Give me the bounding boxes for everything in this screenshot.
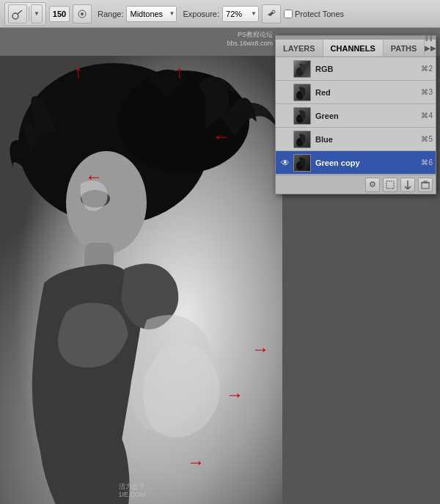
channel-save-btn[interactable] [400, 178, 415, 192]
svg-rect-30 [386, 181, 394, 189]
panel-collapse-btn[interactable]: ▶▶ [425, 40, 436, 56]
channel-shortcut-red: ⌘3 [421, 88, 433, 96]
tab-paths-label: PATHS [391, 44, 417, 53]
svg-point-3 [81, 12, 84, 15]
tab-layers[interactable]: LAYERS [276, 40, 323, 56]
svg-text:→: → [252, 339, 269, 359]
channel-thumb-red [293, 84, 311, 101]
channel-row-green-copy[interactable]: 👁 Green copy ⌘6 [276, 151, 436, 175]
watermark-top-line1: PS教程论坛 [227, 31, 273, 40]
channel-selection-btn[interactable] [383, 178, 397, 192]
channel-row-green[interactable]: 👁 Green ⌘4 [276, 104, 436, 128]
exposure-select[interactable]: 72% [222, 6, 259, 22]
channel-eye-green-copy: 👁 [279, 156, 292, 169]
tab-paths[interactable]: PATHS [384, 40, 425, 56]
protect-tones-text: Protect Tones [295, 10, 344, 18]
svg-rect-7 [0, 56, 282, 504]
svg-text:→: → [187, 452, 205, 472]
tab-channels[interactable]: CHANNELS [323, 40, 384, 56]
channel-name-green: Green [315, 112, 421, 120]
brush-picker-btn[interactable] [73, 4, 92, 23]
range-select[interactable]: Midtones Shadows Highlights [126, 6, 177, 22]
exposure-select-wrapper[interactable]: 72% ▼ [222, 6, 259, 22]
channels-list: 👁 RGB ⌘2 👁 Red ⌘3 👁 [276, 57, 436, 175]
channel-thumb-rgb [293, 60, 311, 78]
svg-text:→: → [226, 384, 243, 404]
channel-row-blue[interactable]: 👁 Blue ⌘5 [276, 128, 436, 151]
watermark-top: PS教程论坛 bbs.16wx8.com [227, 31, 273, 48]
tab-layers-label: LAYERS [283, 44, 315, 53]
svg-rect-31 [422, 183, 429, 189]
svg-point-4 [272, 10, 275, 13]
svg-point-0 [12, 13, 18, 19]
channel-row-red[interactable]: 👁 Red ⌘3 [276, 81, 436, 104]
svg-text:←: ← [85, 167, 103, 186]
range-label: Range: [98, 10, 123, 18]
tool-options-btn[interactable]: ▼ [31, 4, 43, 23]
svg-rect-11 [84, 243, 114, 287]
channel-row-rgb[interactable]: 👁 RGB ⌘2 [276, 57, 436, 81]
channel-shortcut-rgb: ⌘2 [421, 65, 433, 73]
svg-point-10 [66, 151, 147, 254]
range-select-wrapper[interactable]: Midtones Shadows Highlights ▼ [126, 6, 177, 22]
dodge-tool-btn[interactable] [8, 4, 27, 23]
channels-panel: ▐▐ LAYERS CHANNELS PATHS ▶▶ 👁 RGB [275, 35, 436, 194]
tab-channels-label: CHANNELS [331, 44, 375, 53]
channel-name-blue: Blue [315, 135, 421, 144]
channel-shortcut-blue: ⌘5 [421, 135, 433, 143]
svg-rect-33 [424, 181, 427, 183]
panel-tab-bar: LAYERS CHANNELS PATHS ▶▶ [276, 40, 436, 57]
canvas-area: ↑ ↑ ↑ ← ← → → → → ← → ↗ PS教程论坛 bbs.16wx8… [0, 28, 440, 504]
panel-footer: ⚙ [276, 175, 436, 194]
svg-text:↑: ↑ [175, 62, 184, 81]
svg-point-9 [117, 70, 249, 173]
svg-line-1 [18, 10, 22, 14]
brush-size-display: 150 [49, 6, 70, 22]
channel-shortcut-green-copy: ⌘6 [421, 158, 433, 167]
toolbar: ▼ 150 Range: Midtones Shadows Highlights… [0, 0, 440, 28]
channel-thumb-green-copy [293, 154, 311, 172]
channel-options-btn[interactable]: ⚙ [365, 178, 380, 192]
channel-shortcut-green: ⌘4 [421, 112, 433, 120]
protect-tones-checkbox[interactable] [284, 10, 293, 18]
watermark-bottom-line1: 活力盒子 [118, 483, 145, 492]
channel-name-red: Red [315, 88, 421, 97]
airbrush-btn[interactable] [262, 4, 281, 23]
tool-group: ▼ [4, 2, 46, 26]
channel-thumb-green [293, 107, 311, 125]
svg-rect-6 [0, 56, 282, 504]
svg-point-8 [18, 63, 209, 224]
channel-thumb-blue [293, 131, 311, 148]
channel-delete-btn[interactable] [418, 178, 433, 192]
channel-name-rgb: RGB [315, 65, 421, 73]
svg-text:↑: ↑ [74, 62, 83, 81]
watermark-top-line2: bbs.16wx8.com [227, 40, 273, 48]
brush-size-value: 150 [53, 10, 66, 18]
svg-text:←: ← [213, 126, 230, 146]
exposure-label: Exposure: [183, 10, 219, 18]
protect-tones-label[interactable]: Protect Tones [284, 10, 344, 18]
svg-point-12 [81, 190, 110, 208]
watermark-bottom-line2: 1IE.COM [118, 491, 145, 500]
watermark-bottom: 活力盒子 1IE.COM [118, 483, 145, 500]
channel-name-green-copy: Green copy [315, 158, 421, 167]
